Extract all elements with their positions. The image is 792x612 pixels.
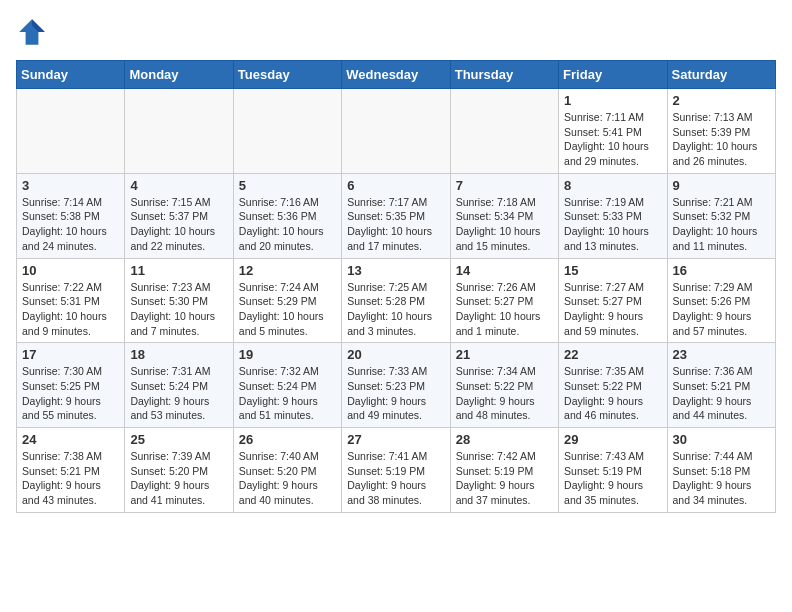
day-info: Sunrise: 7:41 AM Sunset: 5:19 PM Dayligh… [347, 449, 444, 508]
day-number: 10 [22, 263, 119, 278]
day-info: Sunrise: 7:29 AM Sunset: 5:26 PM Dayligh… [673, 280, 770, 339]
week-row-4: 17Sunrise: 7:30 AM Sunset: 5:25 PM Dayli… [17, 343, 776, 428]
day-info: Sunrise: 7:19 AM Sunset: 5:33 PM Dayligh… [564, 195, 661, 254]
day-info: Sunrise: 7:24 AM Sunset: 5:29 PM Dayligh… [239, 280, 336, 339]
page-header [16, 16, 776, 48]
col-header-monday: Monday [125, 61, 233, 89]
calendar-cell: 8Sunrise: 7:19 AM Sunset: 5:33 PM Daylig… [559, 173, 667, 258]
calendar-cell: 4Sunrise: 7:15 AM Sunset: 5:37 PM Daylig… [125, 173, 233, 258]
day-number: 13 [347, 263, 444, 278]
day-number: 26 [239, 432, 336, 447]
calendar-cell: 9Sunrise: 7:21 AM Sunset: 5:32 PM Daylig… [667, 173, 775, 258]
day-number: 1 [564, 93, 661, 108]
week-row-1: 1Sunrise: 7:11 AM Sunset: 5:41 PM Daylig… [17, 89, 776, 174]
day-info: Sunrise: 7:36 AM Sunset: 5:21 PM Dayligh… [673, 364, 770, 423]
calendar-cell: 2Sunrise: 7:13 AM Sunset: 5:39 PM Daylig… [667, 89, 775, 174]
day-number: 5 [239, 178, 336, 193]
day-info: Sunrise: 7:39 AM Sunset: 5:20 PM Dayligh… [130, 449, 227, 508]
day-number: 18 [130, 347, 227, 362]
day-number: 21 [456, 347, 553, 362]
day-number: 17 [22, 347, 119, 362]
calendar-cell: 23Sunrise: 7:36 AM Sunset: 5:21 PM Dayli… [667, 343, 775, 428]
day-number: 11 [130, 263, 227, 278]
day-number: 30 [673, 432, 770, 447]
day-number: 23 [673, 347, 770, 362]
day-number: 27 [347, 432, 444, 447]
col-header-friday: Friday [559, 61, 667, 89]
day-number: 19 [239, 347, 336, 362]
day-number: 6 [347, 178, 444, 193]
day-info: Sunrise: 7:27 AM Sunset: 5:27 PM Dayligh… [564, 280, 661, 339]
calendar-cell [342, 89, 450, 174]
calendar-cell: 15Sunrise: 7:27 AM Sunset: 5:27 PM Dayli… [559, 258, 667, 343]
day-number: 20 [347, 347, 444, 362]
calendar-cell: 14Sunrise: 7:26 AM Sunset: 5:27 PM Dayli… [450, 258, 558, 343]
day-info: Sunrise: 7:40 AM Sunset: 5:20 PM Dayligh… [239, 449, 336, 508]
day-number: 22 [564, 347, 661, 362]
day-number: 24 [22, 432, 119, 447]
day-info: Sunrise: 7:16 AM Sunset: 5:36 PM Dayligh… [239, 195, 336, 254]
day-info: Sunrise: 7:43 AM Sunset: 5:19 PM Dayligh… [564, 449, 661, 508]
calendar-cell: 20Sunrise: 7:33 AM Sunset: 5:23 PM Dayli… [342, 343, 450, 428]
day-info: Sunrise: 7:38 AM Sunset: 5:21 PM Dayligh… [22, 449, 119, 508]
calendar-cell: 16Sunrise: 7:29 AM Sunset: 5:26 PM Dayli… [667, 258, 775, 343]
calendar-cell [233, 89, 341, 174]
day-info: Sunrise: 7:14 AM Sunset: 5:38 PM Dayligh… [22, 195, 119, 254]
day-number: 7 [456, 178, 553, 193]
day-info: Sunrise: 7:34 AM Sunset: 5:22 PM Dayligh… [456, 364, 553, 423]
calendar-cell: 26Sunrise: 7:40 AM Sunset: 5:20 PM Dayli… [233, 428, 341, 513]
calendar-cell: 7Sunrise: 7:18 AM Sunset: 5:34 PM Daylig… [450, 173, 558, 258]
logo [16, 16, 52, 48]
day-info: Sunrise: 7:11 AM Sunset: 5:41 PM Dayligh… [564, 110, 661, 169]
day-info: Sunrise: 7:35 AM Sunset: 5:22 PM Dayligh… [564, 364, 661, 423]
week-row-2: 3Sunrise: 7:14 AM Sunset: 5:38 PM Daylig… [17, 173, 776, 258]
day-number: 12 [239, 263, 336, 278]
calendar-cell: 25Sunrise: 7:39 AM Sunset: 5:20 PM Dayli… [125, 428, 233, 513]
day-number: 15 [564, 263, 661, 278]
calendar-cell: 27Sunrise: 7:41 AM Sunset: 5:19 PM Dayli… [342, 428, 450, 513]
day-number: 16 [673, 263, 770, 278]
day-info: Sunrise: 7:26 AM Sunset: 5:27 PM Dayligh… [456, 280, 553, 339]
day-info: Sunrise: 7:18 AM Sunset: 5:34 PM Dayligh… [456, 195, 553, 254]
week-row-5: 24Sunrise: 7:38 AM Sunset: 5:21 PM Dayli… [17, 428, 776, 513]
day-number: 2 [673, 93, 770, 108]
calendar-cell: 12Sunrise: 7:24 AM Sunset: 5:29 PM Dayli… [233, 258, 341, 343]
calendar-cell: 1Sunrise: 7:11 AM Sunset: 5:41 PM Daylig… [559, 89, 667, 174]
week-row-3: 10Sunrise: 7:22 AM Sunset: 5:31 PM Dayli… [17, 258, 776, 343]
col-header-tuesday: Tuesday [233, 61, 341, 89]
calendar-cell: 3Sunrise: 7:14 AM Sunset: 5:38 PM Daylig… [17, 173, 125, 258]
calendar-cell: 22Sunrise: 7:35 AM Sunset: 5:22 PM Dayli… [559, 343, 667, 428]
calendar-cell: 10Sunrise: 7:22 AM Sunset: 5:31 PM Dayli… [17, 258, 125, 343]
day-info: Sunrise: 7:31 AM Sunset: 5:24 PM Dayligh… [130, 364, 227, 423]
day-number: 8 [564, 178, 661, 193]
day-info: Sunrise: 7:15 AM Sunset: 5:37 PM Dayligh… [130, 195, 227, 254]
day-info: Sunrise: 7:17 AM Sunset: 5:35 PM Dayligh… [347, 195, 444, 254]
day-info: Sunrise: 7:25 AM Sunset: 5:28 PM Dayligh… [347, 280, 444, 339]
calendar-cell: 29Sunrise: 7:43 AM Sunset: 5:19 PM Dayli… [559, 428, 667, 513]
day-info: Sunrise: 7:32 AM Sunset: 5:24 PM Dayligh… [239, 364, 336, 423]
calendar-cell: 28Sunrise: 7:42 AM Sunset: 5:19 PM Dayli… [450, 428, 558, 513]
calendar-cell: 11Sunrise: 7:23 AM Sunset: 5:30 PM Dayli… [125, 258, 233, 343]
day-number: 9 [673, 178, 770, 193]
day-number: 28 [456, 432, 553, 447]
logo-icon [16, 16, 48, 48]
calendar-header-row: SundayMondayTuesdayWednesdayThursdayFrid… [17, 61, 776, 89]
day-number: 3 [22, 178, 119, 193]
day-info: Sunrise: 7:30 AM Sunset: 5:25 PM Dayligh… [22, 364, 119, 423]
calendar-cell [125, 89, 233, 174]
day-number: 4 [130, 178, 227, 193]
day-number: 29 [564, 432, 661, 447]
calendar-cell: 21Sunrise: 7:34 AM Sunset: 5:22 PM Dayli… [450, 343, 558, 428]
calendar-cell: 17Sunrise: 7:30 AM Sunset: 5:25 PM Dayli… [17, 343, 125, 428]
day-info: Sunrise: 7:23 AM Sunset: 5:30 PM Dayligh… [130, 280, 227, 339]
day-info: Sunrise: 7:33 AM Sunset: 5:23 PM Dayligh… [347, 364, 444, 423]
calendar-cell [17, 89, 125, 174]
day-number: 14 [456, 263, 553, 278]
calendar-cell: 19Sunrise: 7:32 AM Sunset: 5:24 PM Dayli… [233, 343, 341, 428]
calendar-cell: 30Sunrise: 7:44 AM Sunset: 5:18 PM Dayli… [667, 428, 775, 513]
col-header-wednesday: Wednesday [342, 61, 450, 89]
col-header-thursday: Thursday [450, 61, 558, 89]
day-number: 25 [130, 432, 227, 447]
day-info: Sunrise: 7:21 AM Sunset: 5:32 PM Dayligh… [673, 195, 770, 254]
calendar-cell: 24Sunrise: 7:38 AM Sunset: 5:21 PM Dayli… [17, 428, 125, 513]
